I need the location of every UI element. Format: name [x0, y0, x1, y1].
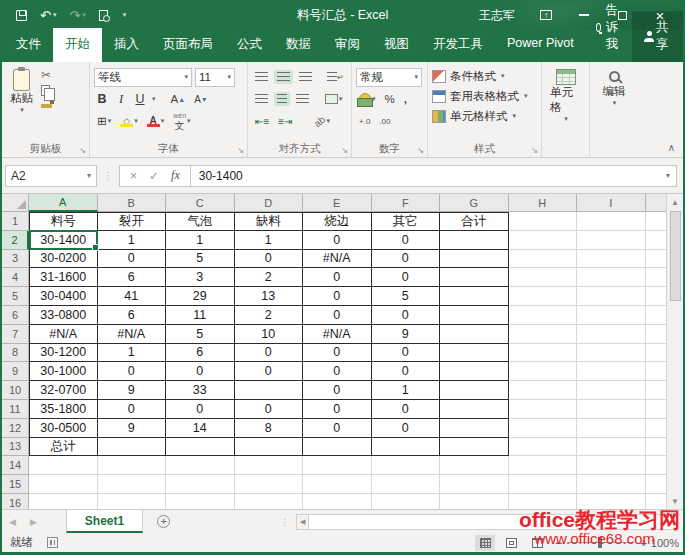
select-all-corner[interactable]: [2, 194, 29, 212]
cell-B8[interactable]: 1: [98, 344, 167, 363]
cell-F1[interactable]: 其它: [372, 212, 441, 231]
page-layout-view-button[interactable]: [501, 535, 521, 551]
cell-C14[interactable]: [166, 456, 235, 475]
cell-A10[interactable]: 32-0700: [29, 381, 98, 400]
column-header-H[interactable]: H: [509, 194, 578, 212]
cell-G8[interactable]: [440, 344, 509, 363]
increase-indent-button[interactable]: ≡⇥: [275, 114, 295, 129]
cell-H3[interactable]: [509, 250, 578, 269]
cell-G4[interactable]: [440, 268, 509, 287]
ribbon-tab-0[interactable]: 文件: [4, 28, 53, 62]
cell-E14[interactable]: [303, 456, 372, 475]
italic-button[interactable]: I: [113, 90, 129, 109]
cell-E12[interactable]: 0: [303, 419, 372, 438]
font-name-select[interactable]: 等线▾: [94, 68, 192, 87]
row-header-13[interactable]: 13: [2, 438, 29, 457]
cell-C4[interactable]: 3: [166, 268, 235, 287]
row-header-8[interactable]: 8: [2, 344, 29, 363]
borders-button[interactable]: ⊞▾: [94, 112, 114, 130]
styles-dialog-launcher-icon[interactable]: ↘: [531, 146, 538, 155]
cell-styles-button[interactable]: 单元格样式▾: [432, 106, 537, 126]
cell-G1[interactable]: 合计: [440, 212, 509, 231]
row-header-6[interactable]: 6: [2, 306, 29, 325]
cell-C11[interactable]: 0: [166, 400, 235, 419]
cell-E5[interactable]: 0: [303, 287, 372, 306]
alignment-dialog-launcher-icon[interactable]: ↘: [341, 146, 348, 155]
ribbon-tab-1[interactable]: 开始: [53, 28, 102, 62]
ribbon-display-options-icon[interactable]: ↑: [539, 5, 553, 25]
cell-F2[interactable]: 0: [372, 231, 441, 250]
cell-H10[interactable]: [509, 381, 578, 400]
insert-function-icon[interactable]: fx: [171, 168, 180, 183]
row-header-14[interactable]: 14: [2, 456, 29, 475]
comma-style-button[interactable]: ,: [401, 91, 410, 107]
cell-D6[interactable]: 2: [235, 306, 304, 325]
cell-G10[interactable]: [440, 381, 509, 400]
cell-H11[interactable]: [509, 400, 578, 419]
cell-G2[interactable]: [440, 231, 509, 250]
cell-E13[interactable]: [303, 438, 372, 457]
middle-align-button[interactable]: [274, 70, 293, 84]
cell-C12[interactable]: 14: [166, 419, 235, 438]
cell-A15[interactable]: [29, 475, 98, 494]
vertical-scrollbar[interactable]: ▲ ▼: [666, 194, 683, 509]
maximize-icon[interactable]: [615, 5, 629, 25]
row-header-1[interactable]: 1: [2, 212, 29, 231]
cell-E8[interactable]: 0: [303, 344, 372, 363]
cell-filler-14[interactable]: [646, 456, 667, 475]
macro-record-icon[interactable]: [47, 537, 58, 548]
wrap-text-button[interactable]: ↵: [324, 70, 347, 84]
cell-B11[interactable]: 0: [98, 400, 167, 419]
save-icon[interactable]: [16, 10, 27, 21]
cell-E2[interactable]: 0: [303, 231, 372, 250]
merge-center-button[interactable]: ▾: [322, 92, 346, 106]
ribbon-tab-9[interactable]: Power Pivot: [495, 28, 586, 62]
scroll-left-icon[interactable]: ◀: [296, 514, 309, 530]
row-header-9[interactable]: 9: [2, 362, 29, 381]
cell-I1[interactable]: [577, 212, 646, 231]
bottom-align-button[interactable]: [296, 70, 315, 84]
column-header-G[interactable]: G: [440, 194, 509, 212]
cell-C15[interactable]: [166, 475, 235, 494]
fill-color-button[interactable]: ◇▾: [117, 114, 141, 129]
cell-F12[interactable]: 0: [372, 419, 441, 438]
cell-I9[interactable]: [577, 362, 646, 381]
ribbon-tab-4[interactable]: 公式: [225, 28, 274, 62]
cell-F14[interactable]: [372, 456, 441, 475]
cancel-entry-icon[interactable]: ×: [130, 169, 137, 183]
row-header-4[interactable]: 4: [2, 268, 29, 287]
cell-C16[interactable]: [166, 494, 235, 509]
cell-C13[interactable]: [166, 438, 235, 457]
format-as-table-button[interactable]: 套用表格格式▾: [432, 86, 537, 106]
increase-decimal-button[interactable]: +.0: [356, 115, 373, 128]
cell-F5[interactable]: 5: [372, 287, 441, 306]
cell-D3[interactable]: 0: [235, 250, 304, 269]
vertical-scroll-thumb[interactable]: [670, 211, 681, 301]
cell-filler-2[interactable]: [646, 231, 667, 250]
expand-formula-bar-icon[interactable]: ▾: [666, 171, 670, 180]
cell-I4[interactable]: [577, 268, 646, 287]
cell-F10[interactable]: 1: [372, 381, 441, 400]
cell-G13[interactable]: [440, 438, 509, 457]
cell-A8[interactable]: 30-1200: [29, 344, 98, 363]
cell-B14[interactable]: [98, 456, 167, 475]
bold-button[interactable]: B: [94, 90, 110, 108]
row-header-2[interactable]: 2: [2, 231, 29, 250]
minimize-icon[interactable]: [577, 5, 591, 25]
cell-F7[interactable]: 9: [372, 325, 441, 344]
ribbon-tab-6[interactable]: 审阅: [323, 28, 372, 62]
cells-button[interactable]: 单元格 ▾: [546, 66, 585, 126]
accounting-format-icon[interactable]: ▾: [356, 91, 379, 107]
cell-filler-6[interactable]: [646, 306, 667, 325]
cell-C6[interactable]: 11: [166, 306, 235, 325]
copy-icon[interactable]: [41, 85, 50, 96]
cell-filler-8[interactable]: [646, 344, 667, 363]
row-header-7[interactable]: 7: [2, 325, 29, 344]
column-header-F[interactable]: F: [372, 194, 441, 212]
cell-H7[interactable]: [509, 325, 578, 344]
number-dialog-launcher-icon[interactable]: ↘: [417, 146, 424, 155]
cell-H12[interactable]: [509, 419, 578, 438]
center-button[interactable]: [274, 92, 290, 106]
orientation-button[interactable]: ab▾: [311, 114, 333, 129]
ribbon-tab-5[interactable]: 数据: [274, 28, 323, 62]
